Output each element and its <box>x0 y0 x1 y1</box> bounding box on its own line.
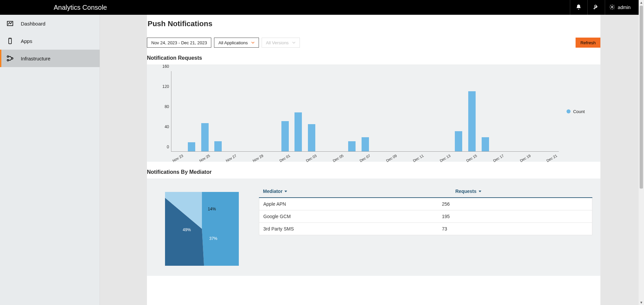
section-title-mediator: Notifications By Mediator <box>147 169 600 175</box>
wrench-icon <box>593 4 599 11</box>
svg-point-5 <box>7 59 9 61</box>
date-range-selector[interactable]: Nov 24, 2023 - Dec 21, 2023 <box>147 38 211 48</box>
pie-slice-label: 49% <box>183 227 191 232</box>
y-tick: 120 <box>162 84 169 89</box>
y-tick: 80 <box>165 104 169 109</box>
notification-requests-chart: 04080120160 Nov 23Nov 25Nov 27Nov 29Dec … <box>147 64 600 162</box>
gear-icon <box>609 4 615 11</box>
tools-button[interactable] <box>587 0 605 15</box>
bar[interactable] <box>214 141 222 151</box>
x-tick: Nov 27 <box>224 153 238 163</box>
bar-slot <box>479 71 492 151</box>
col-requests-label: Requests <box>455 189 477 194</box>
version-selector: All Versions <box>262 38 300 48</box>
svg-point-6 <box>11 58 13 59</box>
x-tick <box>265 153 278 163</box>
x-tick: Dec 19 <box>518 153 532 163</box>
bar-slot <box>305 71 318 151</box>
bar[interactable] <box>455 131 462 151</box>
y-tick: 160 <box>162 64 169 69</box>
table-row[interactable]: 3rd Party SMS73 <box>259 223 592 235</box>
bar-slot <box>505 71 519 151</box>
bar-slot <box>465 71 479 151</box>
cell-requests: 195 <box>442 214 588 219</box>
bar-slot <box>318 71 332 151</box>
col-requests[interactable]: Requests <box>455 189 589 194</box>
x-tick: Dec 21 <box>545 153 558 163</box>
app-selector-value: All Applications <box>218 40 248 45</box>
x-tick: Nov 23 <box>171 153 184 163</box>
bar-slot <box>252 71 265 151</box>
bar-slot <box>332 71 345 151</box>
bar-slot <box>545 71 559 151</box>
notifications-button[interactable] <box>570 0 587 15</box>
bar-slot <box>278 71 292 151</box>
application-selector[interactable]: All Applications <box>214 38 259 48</box>
sidebar-item-label: Apps <box>21 38 32 44</box>
bar[interactable] <box>308 124 315 151</box>
topbar: Analytics Console admin <box>0 0 644 15</box>
bar-slot <box>519 71 532 151</box>
sidebar-item-label: Infrastructure <box>21 56 50 61</box>
bar-slot <box>291 71 305 151</box>
x-tick: Dec 05 <box>331 153 345 163</box>
col-mediator[interactable]: Mediator <box>263 189 442 194</box>
x-tick <box>505 153 518 163</box>
dashboard-icon <box>6 19 14 28</box>
chevron-down-icon <box>292 40 296 45</box>
refresh-button[interactable]: Refresh <box>576 38 600 48</box>
svg-point-9 <box>174 201 230 257</box>
x-tick: Dec 15 <box>465 153 478 163</box>
bar-slot <box>265 71 278 151</box>
x-tick <box>211 153 224 163</box>
bar-slot <box>385 71 398 151</box>
user-label: admin <box>618 5 631 10</box>
bar[interactable] <box>362 137 369 151</box>
chevron-down-icon <box>251 40 255 45</box>
sidebar-item-infrastructure[interactable]: Infrastructure <box>0 50 100 67</box>
x-tick: Dec 13 <box>438 153 451 163</box>
x-tick <box>318 153 331 163</box>
bar-slot <box>225 71 238 151</box>
x-tick <box>398 153 412 163</box>
sidebar-item-dashboard[interactable]: Dashboard <box>0 15 100 32</box>
col-mediator-label: Mediator <box>263 189 282 194</box>
mediator-card: 49%37%14% Mediator Requests Apple APN256… <box>147 179 600 276</box>
legend-label: Count <box>573 109 585 114</box>
table-row[interactable]: Google GCM195 <box>259 210 592 223</box>
bell-icon <box>576 4 582 11</box>
x-tick: Dec 17 <box>492 153 505 163</box>
sidebar-item-apps[interactable]: Apps <box>0 32 100 50</box>
bar-slot <box>359 71 372 151</box>
bar[interactable] <box>201 123 209 151</box>
bar-slot <box>398 71 412 151</box>
bar[interactable] <box>348 141 356 151</box>
scroll-thumb[interactable] <box>640 6 643 189</box>
x-tick: Dec 07 <box>358 153 371 163</box>
cell-mediator: Apple APN <box>263 201 442 207</box>
apps-icon <box>6 37 14 45</box>
scrollbar[interactable]: ▲ ▼ <box>639 0 644 305</box>
cell-mediator: 3rd Party SMS <box>263 226 442 232</box>
x-tick: Dec 01 <box>278 153 291 163</box>
user-menu[interactable]: admin <box>605 0 637 15</box>
bar[interactable] <box>188 142 195 151</box>
table-row[interactable]: Apple APN256 <box>259 198 592 210</box>
x-tick <box>371 153 385 163</box>
bar-slot <box>452 71 465 151</box>
pie-chart: 49%37%14% <box>155 185 249 266</box>
mediator-table: Mediator Requests Apple APN256Google GCM… <box>259 185 592 235</box>
bar[interactable] <box>294 112 302 152</box>
scroll-up-icon: ▲ <box>640 0 643 5</box>
bar-slot <box>238 71 252 151</box>
cell-mediator: Google GCM <box>263 214 442 219</box>
bar-slot <box>171 71 185 151</box>
bar[interactable] <box>468 91 476 151</box>
date-range-value: Nov 24, 2023 - Dec 21, 2023 <box>151 40 207 45</box>
bar-slot <box>425 71 439 151</box>
bar[interactable] <box>482 137 489 151</box>
bar-slot <box>439 71 452 151</box>
sort-icon <box>479 191 481 192</box>
bar[interactable] <box>281 121 289 151</box>
sidebar: DashboardAppsInfrastructure <box>0 15 100 305</box>
